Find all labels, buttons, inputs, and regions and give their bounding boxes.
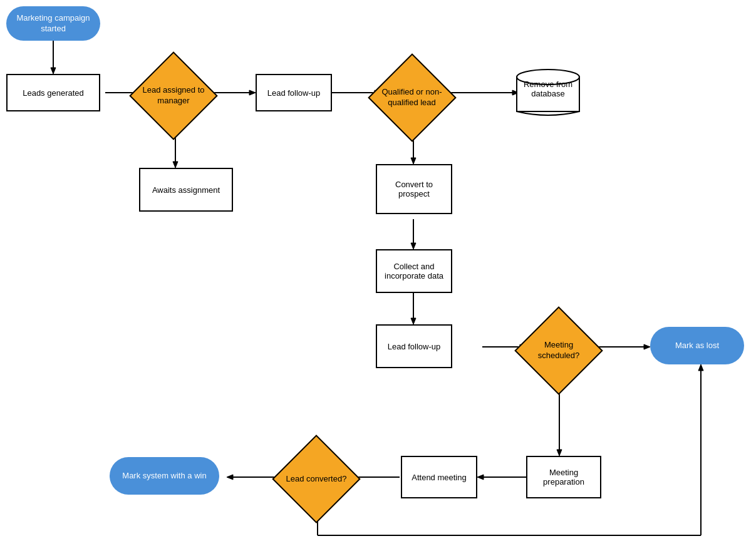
convert-prospect-node: Convert to prospect: [376, 164, 452, 214]
svg-marker-23: [557, 450, 562, 456]
svg-marker-33: [698, 364, 703, 371]
lead-followup1-node: Lead follow-up: [256, 74, 332, 111]
collect-data-node: Collect and incorporate data: [376, 249, 452, 293]
lead-followup2-node: Lead follow-up: [376, 324, 452, 368]
svg-marker-29: [227, 475, 233, 480]
qualified-lead-diamond: Qualified or non-qualified lead: [376, 61, 448, 133]
svg-marker-25: [477, 475, 484, 480]
svg-marker-21: [644, 344, 650, 349]
attend-meeting-node: Attend meeting: [401, 456, 477, 498]
flowchart-canvas: Marketing campaign started Leads generat…: [0, 0, 756, 551]
remove-database-node: Remove from database: [514, 66, 583, 119]
lead-assigned-diamond: Lead assigned to manager: [139, 61, 208, 130]
meeting-preparation-node: Meeting preparation: [526, 456, 601, 498]
svg-marker-5: [249, 90, 256, 95]
svg-marker-13: [411, 158, 416, 164]
svg-marker-1: [51, 68, 56, 74]
remove-database-label: Remove from database: [514, 80, 583, 98]
lead-converted-diamond: Lead converted?: [282, 445, 351, 513]
svg-marker-15: [411, 243, 416, 249]
marketing-start-node: Marketing campaign started: [6, 6, 100, 41]
mark-win-node: Mark system with a win: [110, 457, 219, 495]
meeting-scheduled-diamond: Meeting scheduled?: [521, 313, 596, 388]
awaits-assignment-node: Awaits assignment: [139, 168, 233, 212]
svg-marker-11: [173, 162, 178, 168]
svg-marker-17: [411, 318, 416, 324]
leads-generated-node: Leads generated: [6, 74, 100, 111]
mark-as-lost-node: Mark as lost: [650, 327, 744, 364]
